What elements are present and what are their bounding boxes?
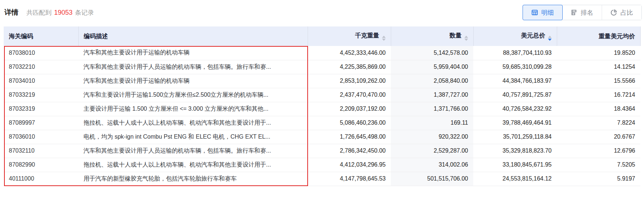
cell-desc: 主要设计用于运输 1.500 立方厘米但 <= 3.000 立方厘米的汽车和其他… [78,102,308,116]
column-label: 海关编码 [9,33,33,39]
top-bar: 详情 共匹配到19053条记录 明细排名占比 [0,0,644,24]
cell-desc: 电机，均为 spk-ign int Combu Pst ENG 和 ELEC 电… [78,130,308,144]
table-row: 87082990拖拉机、运载十人或十人以上机动车辆、机动汽车和其他主要设计用于.… [4,158,640,172]
sort-desc-caret [382,39,386,41]
column-header-usd[interactable]: 美元总价 [473,26,557,46]
cell-avg: 16.7214 [557,88,640,102]
cell-qty: 920,322.00 [391,130,473,144]
title-area: 详情 共匹配到19053条记录 [4,8,94,17]
cell-code: 87089997 [4,116,78,130]
cell-kg: 2,437,470,470.00 [308,88,391,102]
sort-icon[interactable] [464,36,468,41]
column-label: 美元总价 [521,32,545,39]
cell-kg: 4,147,798,645.53 [308,172,391,186]
view-switcher: 明细排名占比 [523,5,642,20]
cell-qty: 5,959,404.00 [391,60,473,74]
cell-code: 87038010 [4,46,78,60]
column-header-avg: 重量美元均价 [557,26,640,46]
cell-usd: 40,726,584,232.92 [473,102,557,116]
sort-asc-caret [382,36,386,38]
cell-qty: 1,371,766.00 [391,102,473,116]
cell-avg: 20.6767 [557,130,640,144]
cell-kg: 4,225,385,869.00 [308,60,391,74]
table-row: 87032210汽车和其他主要设计用于人员运输的机动车辆，包括车辆。旅行车和赛.… [4,60,640,74]
table-row: 87032110汽车和其他主要设计用于人员运输的机动车辆，包括车辆。旅行车和赛.… [4,144,640,158]
table-row: 87036010电机，均为 spk-ign int Combu Pst ENG … [4,130,640,144]
cell-avg: 5.9197 [557,172,640,186]
cell-avg: 7.8224 [557,116,640,130]
cell-kg: 4,452,333,446.00 [308,46,391,60]
cell-code: 87032319 [4,102,78,116]
cell-qty: 169.11 [391,116,473,130]
cell-usd: 39,788,469,464.91 [473,116,557,130]
cell-kg: 2,786,342,450.00 [308,144,391,158]
cell-desc: 用于汽车的新型橡胶充气轮胎，包括汽车轮胎旅行车和赛车 [78,172,308,186]
cell-desc: 拖拉机、运载十人或十人以上机动车辆、机动汽车和其他主要设计用于... [78,116,308,130]
cell-desc: 汽车和主要设计用于运输1.500立方厘米但≤2.500立方厘米的机动车辆... [78,88,308,102]
cell-code: 87082990 [4,158,78,172]
column-label: 千克重量 [355,32,379,39]
cell-desc: 汽车和其他主要设计用于人员运输的机动车辆，包括车辆。旅行车和赛... [78,144,308,158]
cell-avg: 18.4364 [557,102,640,116]
cell-code: 40111000 [4,172,78,186]
sort-desc-caret [464,39,468,41]
cell-usd: 88,387,704,110.93 [473,46,557,60]
column-header-desc: 编码描述 [78,26,308,46]
cell-qty: 2,529,287.00 [391,144,473,158]
cell-usd: 44,384,766,183.97 [473,74,557,88]
cell-qty: 314,002.06 [391,158,473,172]
cell-kg: 2,209,037,192.00 [308,102,391,116]
cell-avg: 7.5205 [557,158,640,172]
pie-chart-icon [611,9,617,16]
cell-desc: 汽车和其他主要设计用于运输的机动车辆 [78,74,308,88]
cell-avg: 15.5566 [557,74,640,88]
view-tab-label: 占比 [620,8,633,17]
match-count: 19053 [54,9,72,16]
cell-code: 87036010 [4,130,78,144]
column-label: 编码描述 [84,33,108,39]
column-header-code: 海关编码 [4,26,78,46]
view-tab-占比[interactable]: 占比 [602,5,641,20]
cell-usd: 24,553,815,164.12 [473,172,557,186]
results-table-wrap: 海关编码编码描述千克重量数量美元总价重量美元均价 87038010汽车和其他主要… [4,26,640,186]
view-tab-label: 排名 [581,8,593,17]
cell-code: 87033219 [4,88,78,102]
cell-usd: 33,180,845,671.95 [473,158,557,172]
sort-icon[interactable] [382,36,386,41]
view-tab-明细[interactable]: 明细 [523,5,563,20]
column-label: 数量 [450,32,462,39]
cell-desc: 汽车和其他主要设计用于人员运输的机动车辆，包括车辆。旅行车和赛... [78,60,308,74]
table-header-row: 海关编码编码描述千克重量数量美元总价重量美元均价 [4,26,640,46]
match-prefix: 共匹配到 [26,9,52,16]
sort-desc-caret [548,39,552,41]
column-label: 重量美元均价 [599,33,635,39]
sort-icon[interactable] [548,36,552,41]
table-row: 87038010汽车和其他主要设计用于运输的机动车辆4,452,333,446.… [4,46,640,60]
cell-usd: 35,701,259,118.84 [473,130,557,144]
view-tab-排名[interactable]: 排名 [562,5,602,20]
cell-usd: 35,329,818,823.70 [473,144,557,158]
cell-kg: 5,086,460,236.00 [308,116,391,130]
table-row: 87032319主要设计用于运输 1.500 立方厘米但 <= 3.000 立方… [4,102,640,116]
column-header-kg[interactable]: 千克重量 [308,26,391,46]
results-table: 海关编码编码描述千克重量数量美元总价重量美元均价 87038010汽车和其他主要… [4,26,641,186]
match-summary: 共匹配到19053条记录 [26,8,94,17]
cell-kg: 2,853,109,262.00 [308,74,391,88]
cell-avg: 19.8520 [557,46,640,60]
cell-qty: 5,142,578.00 [391,46,473,60]
cell-usd: 59,685,310,099.28 [473,60,557,74]
page-title: 详情 [4,8,18,17]
cell-avg: 14.1254 [557,60,640,74]
match-suffix: 条记录 [75,9,94,16]
column-header-qty[interactable]: 数量 [391,26,473,46]
cell-code: 87034010 [4,74,78,88]
cell-kg: 4,412,034,296.95 [308,158,391,172]
cell-qty: 501,515,706.00 [391,172,473,186]
cell-usd: 40,757,891,725.87 [473,88,557,102]
view-tab-label: 明细 [541,8,554,17]
cell-code: 87032210 [4,60,78,74]
cell-qty: 1,387,727.00 [391,88,473,102]
sort-asc-caret [464,36,468,38]
table-row: 87033219汽车和主要设计用于运输1.500立方厘米但≤2.500立方厘米的… [4,88,640,102]
ranking-icon [571,9,577,16]
